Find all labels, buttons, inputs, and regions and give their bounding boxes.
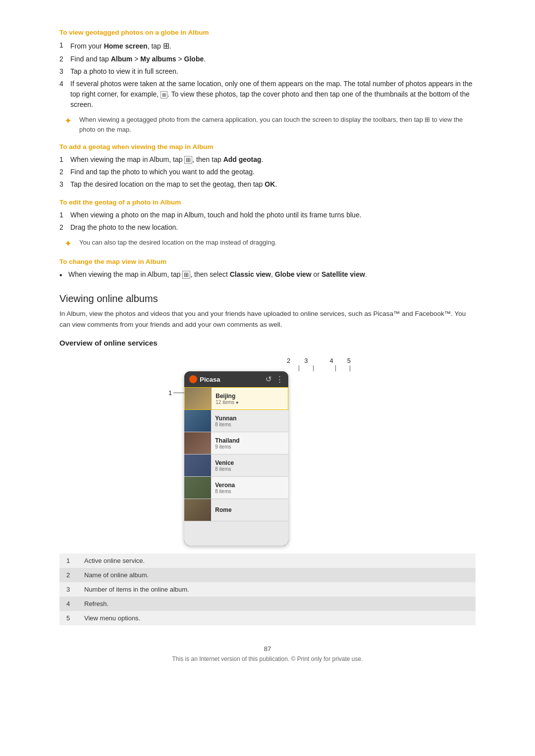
album-info-rome: Rome (211, 504, 288, 515)
step-num: 2 (59, 54, 70, 64)
legend-text-3: Number of items in the online album. (77, 582, 476, 597)
phone-frame: Picasa ↺ ⋮ Beijing 12 (184, 371, 288, 546)
album-thumb-verona (184, 477, 211, 499)
callout-numbers-row: 2 3 4 5 (168, 357, 367, 364)
step-text: When viewing a photo on the map in Album… (70, 210, 476, 220)
footer-text: This is an Internet version of this publ… (59, 655, 476, 662)
picasa-dot (189, 375, 197, 383)
page-footer: 87 This is an Internet version of this p… (59, 645, 476, 662)
steps-list-add-geotag: 1 When viewing the map in Album, tap ⊞, … (59, 154, 476, 190)
callout-vlines (168, 365, 367, 371)
body-text-online-albums: In Album, view the photos and videos tha… (59, 308, 476, 330)
step-2: 2 Find and tap Album > My albums > Globe… (59, 54, 476, 64)
album-item-yunnan: Yunnan 8 items (184, 410, 288, 432)
tip-icon-1: ✦ (64, 115, 75, 126)
album-count-venice: 8 items (215, 466, 284, 472)
section-subtitle-online-services: Overview of online services (59, 339, 476, 347)
bullet-list-map-view: • When viewing the map in Album, tap ⊞, … (59, 269, 476, 281)
tip-text-2: You can also tap the desired location on… (79, 238, 276, 248)
thumb-img-verona (184, 477, 211, 499)
step-1: 1 From your Home screen, tap ⊞. (59, 40, 476, 52)
bullet-text: When viewing the map in Album, tap ⊞, th… (68, 269, 367, 281)
album-thumb-beijing (185, 388, 212, 409)
tip-text-1: When viewing a geotagged photo from the … (79, 115, 476, 134)
album-info-beijing: Beijing 12 items ● (212, 391, 288, 407)
album-name-venice: Venice (215, 459, 284, 466)
step-text: Drag the photo to the new location. (70, 222, 476, 233)
legend-row-1: 1 Active online service. (59, 554, 476, 568)
callout-num-5: 5 (347, 357, 351, 364)
tip-2: ✦ You can also tap the desired location … (64, 238, 476, 249)
steps-list-view-geotagged: 1 From your Home screen, tap ⊞. 2 Find a… (59, 40, 476, 110)
topbar-icons: ↺ ⋮ (266, 375, 283, 384)
legend-text-5: View menu options. (77, 611, 476, 625)
step-4: 4 If several photos were taken at the sa… (59, 79, 476, 110)
step-text: When viewing the map in Album, tap ⊞, th… (70, 154, 476, 165)
bullet-item-map-view: • When viewing the map in Album, tap ⊞, … (59, 269, 476, 281)
step-num: 1 (59, 210, 70, 220)
thumb-img-thailand (184, 432, 211, 454)
legend-num-1: 1 (59, 554, 77, 568)
step-text: Tap the desired location on the map to s… (70, 179, 476, 190)
legend-row-3: 3 Number of items in the online album. (59, 582, 476, 597)
legend-num-2: 2 (59, 568, 77, 582)
step-2: 2 Find and tap the photo to which you wa… (59, 167, 476, 177)
section-overview-online-services: Overview of online services 2 3 4 5 1 (59, 339, 476, 625)
legend-row-2: 2 Name of online album. (59, 568, 476, 582)
album-thumb-venice (184, 454, 211, 476)
legend-text-2: Name of online album. (77, 568, 476, 582)
step-1: 1 When viewing a photo on the map in Alb… (59, 210, 476, 220)
album-count-thailand: 9 items (215, 444, 284, 450)
album-count-beijing: 12 items ● (215, 400, 284, 405)
legend-row-4: 4 Refresh. (59, 597, 476, 611)
album-thumb-thailand (184, 432, 211, 454)
step-num: 2 (59, 222, 70, 233)
heading-view-geotagged: To view geotagged photos on a globe in A… (59, 29, 476, 36)
callout-num-1: 1 (168, 389, 172, 397)
album-count-verona: 8 items (215, 489, 284, 494)
heading-edit-geotag: To edit the geotag of a photo in Album (59, 199, 476, 206)
album-name-yunnan: Yunnan (215, 415, 284, 422)
album-info-thailand: Thailand 9 items (211, 435, 288, 452)
step-num: 2 (59, 167, 70, 177)
album-item-verona: Verona 8 items (184, 477, 288, 499)
step-2: 2 Drag the photo to the new location. (59, 222, 476, 233)
picasa-text: Picasa (200, 376, 220, 383)
album-info-venice: Venice 8 items (211, 457, 288, 474)
heading-change-map-view: To change the map view in Album (59, 258, 476, 265)
callout-num-3: 3 (304, 357, 308, 364)
callout-num-4: 4 (330, 357, 333, 364)
step-text: From your Home screen, tap ⊞. (70, 40, 476, 52)
album-thumb-rome (184, 499, 211, 521)
phone-topbar: Picasa ↺ ⋮ (184, 371, 288, 387)
album-thumb-yunnan (184, 410, 211, 432)
step-text: If several photos were taken at the same… (70, 79, 476, 110)
album-item-rome: Rome (184, 499, 288, 521)
thumb-img-beijing (185, 388, 212, 409)
diagram-phone-area: 1 Picasa ↺ ⋮ (168, 371, 367, 546)
thumb-img-rome (184, 499, 211, 521)
legend-row-5: 5 View menu options. (59, 611, 476, 625)
step-num: 1 (59, 154, 70, 165)
step-1: 1 When viewing the map in Album, tap ⊞, … (59, 154, 476, 165)
step-num: 3 (59, 66, 70, 77)
legend-num-3: 3 (59, 582, 77, 597)
left-callout-area: 1 (168, 389, 184, 397)
diagram-container: 2 3 4 5 1 Picasa (168, 357, 367, 546)
album-name-rome: Rome (215, 506, 284, 513)
phone-screen: Beijing 12 items ● Yunnan 8 items (184, 387, 288, 546)
album-info-yunnan: Yunnan 8 items (211, 413, 288, 429)
section-view-geotagged: To view geotagged photos on a globe in A… (59, 29, 476, 134)
picasa-label: Picasa (189, 375, 220, 383)
bullet-icon: • (59, 269, 68, 281)
album-count-yunnan: 8 items (215, 422, 284, 427)
album-item-thailand: Thailand 9 items (184, 432, 288, 454)
step-text: Tap a photo to view it in full screen. (70, 66, 476, 77)
step-text: Find and tap Album > My albums > Globe. (70, 54, 476, 64)
step-num: 3 (59, 179, 70, 190)
section-viewing-online-albums: Viewing online albums In Album, view the… (59, 293, 476, 330)
album-item-beijing: Beijing 12 items ● (184, 387, 288, 410)
section-title-online-albums: Viewing online albums (59, 293, 476, 304)
section-add-geotag: To add a geotag when viewing the map in … (59, 143, 476, 190)
section-edit-geotag: To edit the geotag of a photo in Album 1… (59, 199, 476, 249)
